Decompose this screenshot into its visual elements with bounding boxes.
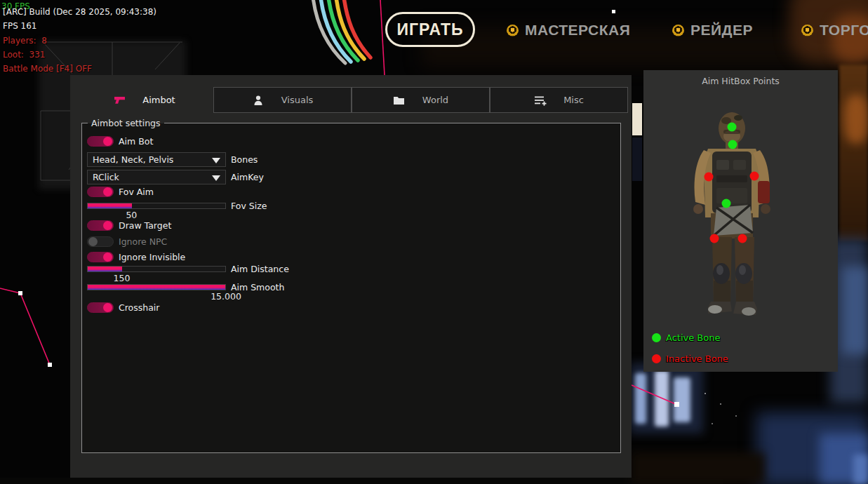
inactive-bone-point: [738, 234, 747, 243]
aim-distance-row: Aim Distance 150: [87, 266, 226, 272]
legend-active-bone: Active Bone: [652, 332, 720, 342]
draw-target-toggle[interactable]: [87, 220, 114, 231]
inactive-bone-point: [750, 172, 759, 181]
fov-size-slider[interactable]: [87, 203, 226, 209]
crosshair-label: Crosshair: [119, 302, 159, 313]
loot-counter: Loot: 331: [3, 50, 45, 60]
tab-aimbot[interactable]: Aimbot: [75, 87, 213, 113]
bones-dropdown-value: Head, Neck, Pelvis: [93, 154, 173, 165]
tab-bar: Aimbot Visuals World Misc: [75, 87, 628, 113]
active-bone-point: [722, 199, 731, 208]
aim-smooth-value: 15.000: [211, 291, 241, 302]
toggle-knob: [103, 187, 112, 196]
aim-bot-row: Aim Bot: [87, 136, 226, 147]
toggle-knob: [103, 137, 112, 146]
aim-distance-value: 150: [114, 273, 131, 283]
fps-counter: FPS 161: [3, 21, 36, 31]
fov-aim-toggle[interactable]: [87, 187, 114, 197]
fov-size-row: Fov Size 50: [87, 203, 226, 209]
bones-row: Head, Neck, Pelvis Bones: [87, 152, 226, 167]
nav-item-label: РЕЙДЕР: [690, 22, 753, 39]
slider-fill: [88, 285, 225, 290]
active-bone-point: [728, 140, 737, 149]
aim-bot-label: Aim Bot: [119, 136, 153, 147]
players-counter: Players: 8: [3, 36, 47, 46]
inactive-bone-point: [710, 234, 719, 243]
ignore-npc-row: Ignore NPC: [87, 236, 226, 247]
settings-group-title: Aimbot settings: [88, 117, 164, 129]
aimkey-dropdown-value: RClick: [93, 172, 119, 182]
legend-label: Active Bone: [666, 332, 720, 343]
toggle-knob: [103, 303, 112, 312]
legend-inactive-bone: Inactive Bone: [652, 354, 728, 363]
bones-dropdown[interactable]: Head, Neck, Pelvis: [87, 152, 226, 167]
bones-label: Bones: [231, 152, 258, 167]
slider-fill: [88, 203, 132, 208]
legend-label: Inactive Bone: [666, 354, 728, 364]
person-icon: [252, 95, 265, 106]
fov-aim-row: Fov Aim: [87, 187, 226, 197]
aim-distance-label: Aim Distance: [231, 266, 289, 272]
aimkey-dropdown[interactable]: RClick: [87, 170, 226, 184]
coin-icon: [672, 25, 684, 36]
tab-misc[interactable]: Misc: [490, 87, 628, 113]
neon-sign: [313, 0, 370, 63]
ignore-invisible-toggle[interactable]: [87, 252, 114, 262]
coin-icon: [507, 25, 519, 36]
active-bone-dot-icon: [652, 333, 661, 342]
tab-visuals[interactable]: Visuals: [213, 87, 352, 113]
fov-size-value: 50: [126, 210, 137, 220]
toggle-knob: [88, 237, 98, 246]
aimbot-settings-group: Aimbot settings Aim Bot Head, Neck, Pelv…: [81, 123, 621, 453]
draw-target-label: Draw Target: [119, 220, 171, 231]
battle-mode-status: Battle Mode [F4] OFF: [3, 64, 92, 74]
tab-label: Visuals: [281, 95, 314, 105]
nav-item-raider[interactable]: РЕЙДЕР: [672, 20, 753, 40]
aim-smooth-label: Aim Smooth: [231, 284, 284, 290]
active-bone-point: [728, 123, 737, 132]
play-button[interactable]: ИГРАТЬ: [385, 12, 475, 47]
nav-item-label: МАСТЕРСКАЯ: [525, 22, 630, 39]
fov-size-label: Fov Size: [231, 203, 267, 209]
toggle-knob: [103, 221, 112, 230]
chevron-down-icon: [212, 158, 220, 163]
draw-target-row: Draw Target: [87, 220, 226, 231]
nav-item-workshop[interactable]: МАСТЕРСКАЯ: [507, 20, 630, 40]
crosshair-row: Crosshair: [87, 302, 226, 313]
aimkey-label: AimKey: [231, 170, 264, 184]
chevron-down-icon: [212, 175, 220, 181]
ignore-npc-label: Ignore NPC: [119, 236, 167, 247]
ignore-invisible-row: Ignore Invisible: [87, 252, 226, 262]
slider-fill: [88, 267, 122, 271]
hitbox-panel: Aim HitBox Points: [643, 70, 838, 372]
build-info: [ARC] Build (Dec 28 2025, 09:43:38): [3, 7, 156, 17]
tab-label: Misc: [563, 95, 584, 105]
ignore-npc-toggle[interactable]: [87, 236, 114, 247]
toggle-knob: [103, 253, 112, 262]
aim-bot-toggle[interactable]: [87, 136, 114, 147]
aim-smooth-row: Aim Smooth 15.000: [87, 284, 226, 290]
coin-icon: [801, 25, 813, 36]
fov-aim-label: Fov Aim: [119, 187, 154, 197]
nav-item-label: ТОРГО: [820, 22, 868, 39]
tab-label: Aimbot: [142, 95, 175, 105]
sliders-icon: [534, 95, 547, 106]
inactive-bone-dot-icon: [652, 354, 661, 363]
nav-item-trade[interactable]: ТОРГО: [801, 20, 868, 40]
tab-label: World: [422, 95, 448, 105]
ignore-invisible-label: Ignore Invisible: [119, 252, 185, 262]
pistol-icon: [113, 95, 126, 106]
cheat-menu-panel: Aimbot Visuals World Misc: [70, 75, 632, 478]
bone-points-layer: [643, 70, 838, 372]
tab-world[interactable]: World: [352, 87, 490, 113]
folder-icon: [393, 95, 406, 106]
aim-smooth-slider[interactable]: [87, 284, 226, 290]
aimkey-row: RClick AimKey: [87, 170, 226, 184]
inactive-bone-point: [705, 173, 714, 182]
game-screen: 30 FPS [ARC] Build (Dec 28 2025, 09:43:3…: [0, 0, 868, 484]
aim-distance-slider[interactable]: [87, 266, 226, 272]
crosshair-toggle[interactable]: [87, 302, 114, 313]
